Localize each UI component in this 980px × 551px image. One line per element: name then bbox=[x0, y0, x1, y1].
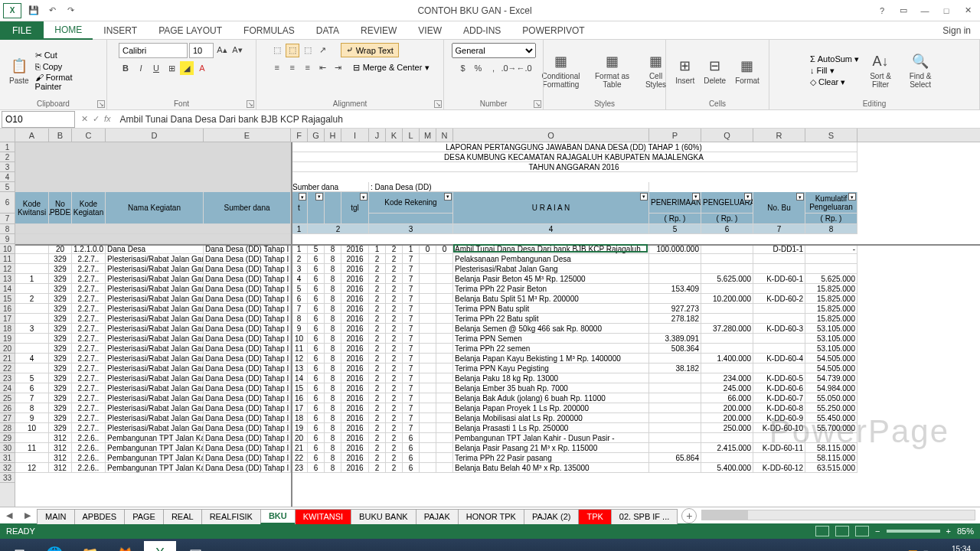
data-cell[interactable]: 7 bbox=[403, 383, 420, 393]
data-cell[interactable]: 6 bbox=[308, 423, 325, 433]
data-cell[interactable]: 8 bbox=[325, 433, 341, 443]
header-uraian[interactable]: U R A I A N▾ bbox=[453, 192, 649, 224]
find-select-button[interactable]: 🔍Find & Select bbox=[902, 51, 939, 90]
header-kode-rekening[interactable]: Kode Rekening▾ bbox=[369, 192, 453, 214]
sheet-tab[interactable]: HONOR TPK bbox=[458, 509, 524, 524]
data-cell[interactable]: 2016 bbox=[341, 344, 369, 354]
data-cell[interactable]: 2 bbox=[369, 443, 386, 453]
data-cell[interactable]: 7 bbox=[403, 264, 420, 274]
data-cell[interactable]: 2016 bbox=[341, 334, 369, 344]
data-cell[interactable]: 2016 bbox=[341, 284, 369, 294]
accounting-format-icon[interactable]: $ bbox=[456, 61, 470, 75]
data-cell[interactable]: 6 bbox=[308, 433, 325, 443]
row-header[interactable]: 30 bbox=[0, 443, 15, 453]
data-cell[interactable]: 329 bbox=[49, 294, 72, 304]
data-cell[interactable]: 53.105.000 bbox=[805, 344, 858, 354]
column-header[interactable]: O bbox=[453, 129, 649, 142]
taskbar-explorer-icon[interactable]: 📁 bbox=[74, 541, 106, 551]
data-cell[interactable]: 329 bbox=[49, 364, 72, 373]
row-header[interactable]: 21 bbox=[0, 354, 15, 364]
data-cell[interactable]: Dana Desa (DD) Tahap I bbox=[204, 413, 291, 423]
tab-data[interactable]: DATA bbox=[305, 21, 350, 40]
help-icon[interactable]: ? bbox=[873, 3, 891, 18]
data-cell[interactable]: Belanja Batu Split 51 M³ Rp. 200000 bbox=[453, 294, 649, 304]
data-cell[interactable] bbox=[649, 274, 701, 284]
data-cell[interactable] bbox=[436, 344, 453, 354]
data-cell[interactable]: 2 bbox=[369, 364, 386, 373]
name-box[interactable]: O10 bbox=[2, 111, 75, 128]
data-cell[interactable]: 9 bbox=[291, 324, 308, 334]
data-cell[interactable]: Terima PPN Batu split bbox=[453, 304, 649, 314]
data-cell[interactable]: 312 bbox=[49, 463, 72, 473]
row-header[interactable]: 17 bbox=[0, 314, 15, 324]
header-sumber-dana[interactable]: Sumber dana bbox=[204, 192, 291, 224]
data-cell[interactable]: 2 bbox=[369, 304, 386, 314]
data-cell[interactable]: 2 bbox=[386, 463, 403, 473]
data-cell[interactable]: 200.000 bbox=[701, 403, 753, 413]
data-cell[interactable] bbox=[436, 324, 453, 334]
column-header[interactable]: F bbox=[291, 129, 308, 142]
data-cell[interactable] bbox=[649, 294, 701, 304]
data-cell[interactable]: 2 bbox=[369, 294, 386, 304]
data-cell[interactable]: 2 bbox=[369, 324, 386, 334]
data-cell[interactable]: 55.250.000 bbox=[805, 403, 858, 413]
clear-button[interactable]: ◇ Clear ▾ bbox=[810, 77, 859, 87]
data-cell[interactable] bbox=[420, 344, 436, 354]
data-cell[interactable]: 6 bbox=[308, 393, 325, 403]
sheet-tab[interactable]: PAJAK bbox=[416, 509, 459, 524]
data-cell[interactable] bbox=[436, 274, 453, 284]
percent-format-icon[interactable]: % bbox=[472, 61, 485, 75]
data-cell[interactable]: 2016 bbox=[341, 294, 369, 304]
data-cell[interactable]: 6 bbox=[403, 433, 420, 443]
data-cell[interactable]: Plesterisasi/Rabat Jalan Gang bbox=[106, 344, 204, 354]
data-cell[interactable] bbox=[436, 334, 453, 344]
data-cell[interactable]: 2 bbox=[369, 453, 386, 463]
data-cell[interactable]: Plesterisasi/Rabat Jalan Gang bbox=[106, 334, 204, 344]
data-cell[interactable]: 7 bbox=[403, 403, 420, 413]
data-cell[interactable] bbox=[420, 324, 436, 334]
save-icon[interactable]: 💾 bbox=[28, 5, 40, 17]
data-cell[interactable] bbox=[436, 433, 453, 443]
data-cell[interactable]: 3 bbox=[291, 264, 308, 274]
taskbar-ie-icon[interactable]: 🌐 bbox=[38, 541, 70, 551]
data-cell[interactable]: Pembangunan TPT Jalan Kahir - Dusun Pasi… bbox=[106, 463, 204, 473]
data-cell[interactable]: 10.200.000 bbox=[701, 294, 753, 304]
data-cell[interactable]: 2.2.7.. bbox=[72, 334, 106, 344]
row-header[interactable]: 3 bbox=[0, 162, 15, 172]
filter-dropdown-icon[interactable]: ▾ bbox=[640, 193, 648, 201]
data-cell[interactable]: 19 bbox=[291, 423, 308, 433]
insert-cells-button[interactable]: ⊞Insert bbox=[672, 55, 697, 86]
data-cell[interactable]: 2.2.6.. bbox=[72, 443, 106, 453]
data-cell[interactable]: 2 bbox=[386, 373, 403, 383]
data-cell[interactable]: 55.700.000 bbox=[805, 423, 858, 433]
data-cell[interactable]: 7 bbox=[403, 393, 420, 403]
data-cell[interactable] bbox=[649, 383, 701, 393]
header-no-bukti[interactable]: No. Bu▾ bbox=[753, 192, 805, 224]
data-cell[interactable]: 2 bbox=[386, 334, 403, 344]
data-cell[interactable]: 55.050.000 bbox=[805, 393, 858, 403]
data-cell[interactable]: Dana Desa (DD) Tahap I bbox=[204, 453, 291, 463]
data-cell[interactable] bbox=[420, 264, 436, 274]
align-left-icon[interactable]: ≡ bbox=[270, 60, 284, 74]
data-cell[interactable] bbox=[701, 453, 753, 463]
row-header[interactable]: 31 bbox=[0, 453, 15, 463]
data-cell[interactable] bbox=[420, 373, 436, 383]
data-cell[interactable]: 7 bbox=[403, 364, 420, 373]
data-cell[interactable] bbox=[15, 304, 49, 314]
sort-filter-button[interactable]: A↓Sort & Filter bbox=[862, 51, 899, 90]
data-cell[interactable]: 7 bbox=[403, 274, 420, 284]
data-cell[interactable]: Terima PPh 22 semen bbox=[453, 344, 649, 354]
data-cell[interactable]: 7 bbox=[15, 393, 49, 403]
data-cell[interactable]: Pembangunan TPT Jalan Kahir - Dusun Pasi… bbox=[453, 433, 649, 443]
align-bottom-icon[interactable]: ⬚ bbox=[301, 44, 315, 57]
data-cell[interactable]: 2016 bbox=[341, 423, 369, 433]
header-nama-kegiatan[interactable]: Nama Kegiatan bbox=[106, 192, 204, 224]
align-right-icon[interactable]: ≡ bbox=[301, 60, 315, 74]
row-header[interactable]: 8 bbox=[0, 224, 15, 234]
data-cell[interactable]: 20 bbox=[291, 433, 308, 443]
data-cell[interactable]: K-DD-60-11 bbox=[753, 443, 805, 453]
data-cell[interactable]: 6 bbox=[308, 334, 325, 344]
data-cell[interactable]: K-DD-60-12 bbox=[753, 463, 805, 473]
header-col-h[interactable] bbox=[325, 192, 341, 224]
data-cell[interactable]: K-DD-60-5 bbox=[753, 373, 805, 383]
